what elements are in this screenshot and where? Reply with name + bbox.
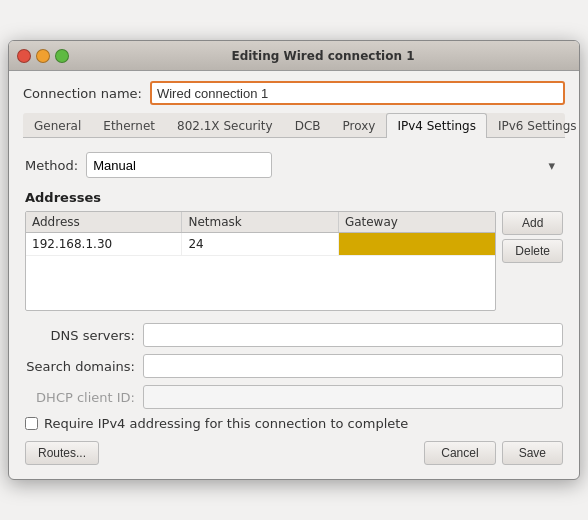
- tab-ethernet[interactable]: Ethernet: [92, 113, 166, 138]
- col-gateway: Gateway: [339, 212, 495, 232]
- checkbox-row: Require IPv4 addressing for this connect…: [25, 416, 563, 431]
- search-domains-label: Search domains:: [25, 359, 135, 374]
- tab-bar: General Ethernet 802.1X Security DCB Pro…: [23, 113, 565, 138]
- table-header: Address Netmask Gateway: [26, 212, 495, 233]
- footer-right-buttons: Cancel Save: [424, 441, 563, 465]
- tab-802-1x[interactable]: 802.1X Security: [166, 113, 284, 138]
- footer-buttons: Routes... Cancel Save: [25, 441, 563, 465]
- dhcp-client-id-row: DHCP client ID:: [25, 385, 563, 409]
- addresses-section: Addresses Address Netmask Gateway 192.16…: [25, 190, 563, 311]
- table-row[interactable]: 192.168.1.30 24: [26, 233, 495, 256]
- titlebar: Editing Wired connection 1: [9, 41, 579, 71]
- delete-button[interactable]: Delete: [502, 239, 563, 263]
- window-title: Editing Wired connection 1: [75, 49, 571, 63]
- method-row: Method: Automatic (DHCP) Manual Link-Loc…: [25, 152, 563, 178]
- cell-address: 192.168.1.30: [26, 233, 182, 255]
- main-window: Editing Wired connection 1 Connection na…: [8, 40, 580, 480]
- dhcp-client-id-input: [143, 385, 563, 409]
- save-button[interactable]: Save: [502, 441, 563, 465]
- dns-servers-label: DNS servers:: [25, 328, 135, 343]
- address-buttons: Add Delete: [502, 211, 563, 263]
- minimize-button[interactable]: [36, 49, 50, 63]
- tab-general[interactable]: General: [23, 113, 92, 138]
- search-domains-input[interactable]: [143, 354, 563, 378]
- cell-gateway[interactable]: [339, 233, 495, 255]
- tab-ipv4[interactable]: IPv4 Settings: [386, 113, 487, 138]
- window-content: Connection name: General Ethernet 802.1X…: [9, 71, 579, 479]
- tab-dcb[interactable]: DCB: [284, 113, 332, 138]
- addresses-table: Address Netmask Gateway 192.168.1.30 24: [25, 211, 496, 311]
- tab-proxy[interactable]: Proxy: [332, 113, 387, 138]
- search-domains-row: Search domains:: [25, 354, 563, 378]
- dhcp-client-id-label: DHCP client ID:: [25, 390, 135, 405]
- addresses-section-label: Addresses: [25, 190, 563, 205]
- dns-servers-row: DNS servers:: [25, 323, 563, 347]
- method-select-wrapper: Automatic (DHCP) Manual Link-Local Only …: [86, 152, 563, 178]
- connection-name-label: Connection name:: [23, 86, 142, 101]
- ipv4-tab-content: Method: Automatic (DHCP) Manual Link-Loc…: [23, 148, 565, 469]
- col-address: Address: [26, 212, 182, 232]
- method-label: Method:: [25, 158, 78, 173]
- connection-name-input[interactable]: [150, 81, 565, 105]
- addresses-table-wrapper: Address Netmask Gateway 192.168.1.30 24 …: [25, 211, 563, 311]
- ipv4-required-checkbox[interactable]: [25, 417, 38, 430]
- close-button[interactable]: [17, 49, 31, 63]
- tab-ipv6[interactable]: IPv6 Settings: [487, 113, 580, 138]
- table-empty-space: [26, 256, 495, 306]
- add-button[interactable]: Add: [502, 211, 563, 235]
- col-netmask: Netmask: [182, 212, 338, 232]
- cell-netmask: 24: [182, 233, 338, 255]
- cancel-button[interactable]: Cancel: [424, 441, 495, 465]
- dns-servers-input[interactable]: [143, 323, 563, 347]
- method-select[interactable]: Automatic (DHCP) Manual Link-Local Only …: [86, 152, 272, 178]
- routes-button[interactable]: Routes...: [25, 441, 99, 465]
- checkbox-label: Require IPv4 addressing for this connect…: [44, 416, 408, 431]
- maximize-button[interactable]: [55, 49, 69, 63]
- connection-name-row: Connection name:: [23, 81, 565, 105]
- window-controls: [17, 49, 69, 63]
